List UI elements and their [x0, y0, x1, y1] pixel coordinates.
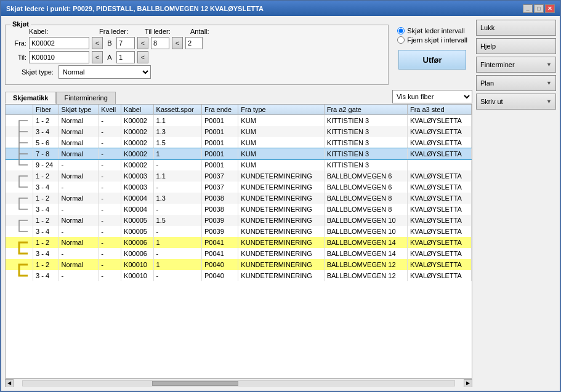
- fra-a3-cell: KVALØYSLETTA: [407, 193, 471, 204]
- tree-cell: [6, 270, 33, 281]
- radio-group: Skjøt leder intervall Fjern skjøt i inte…: [392, 25, 472, 46]
- kveil-cell: -: [99, 215, 121, 226]
- til-row: Til: < A <: [9, 51, 384, 63]
- til-kabel-less-btn[interactable]: <: [92, 51, 103, 63]
- tabs: Skjematikk Finterminering: [5, 92, 116, 104]
- lukk-button[interactable]: Lukk: [476, 20, 556, 36]
- fra-a3-cell: KVALØYSLETTA: [407, 226, 471, 237]
- table-row[interactable]: 3 - 4--K00005-P0039KUNDETERMINERINGBALLB…: [6, 226, 472, 237]
- kveil-cell: -: [99, 126, 121, 137]
- table-row[interactable]: 3 - 4--K00004-P0038KUNDETERMINERINGBALLB…: [6, 204, 472, 215]
- kabel-cell: K00003: [121, 182, 154, 193]
- utfor-button[interactable]: Utfør: [398, 50, 466, 70]
- skjot-cell: Normal: [59, 126, 99, 137]
- antall-input[interactable]: [185, 37, 203, 49]
- tree-cell: [6, 137, 33, 148]
- scroll-track[interactable]: [22, 380, 455, 386]
- fra-ende-cell: P0041: [202, 248, 238, 259]
- fiber-cell: 9 - 24: [33, 159, 59, 170]
- plan-button[interactable]: Plan ▼: [476, 75, 556, 91]
- table-row[interactable]: 3 - 4--K00010-P0040KUNDETERMINERINGBALLB…: [6, 270, 472, 281]
- kassett-cell: -: [153, 159, 201, 170]
- skriv-ut-button[interactable]: Skriv ut ▼: [476, 94, 556, 110]
- th-kabel: Kabel: [121, 105, 154, 115]
- til-kabel-input[interactable]: [29, 51, 89, 63]
- table-row[interactable]: 1 - 2Normal-K000101P0040KUNDETERMINERING…: [6, 259, 472, 270]
- kveil-cell: -: [99, 115, 121, 127]
- radio-skjot-leder: Skjøt leder intervall: [397, 27, 467, 34]
- kassett-cell: 1.3: [153, 126, 201, 137]
- tree-cell: [6, 226, 33, 237]
- table-area: Skjematikk Finterminering Vis kun fiber …: [5, 90, 472, 387]
- skjot-group: Skjøt Kabel: Fra leder: Til leder: Antal…: [5, 25, 389, 85]
- table-row[interactable]: 5 - 6Normal-K000021.5P0001KUMKITTISTIEN …: [6, 137, 472, 148]
- kassett-cell: -: [153, 270, 201, 281]
- fra-leder-label: Fra leder:: [99, 28, 142, 35]
- skjot-cell: -: [59, 248, 99, 259]
- fra-a3-cell: KVALØYSLETTA: [407, 237, 471, 248]
- table-row[interactable]: 1 - 2Normal-K000021.1P0001KUMKITTISTIEN …: [6, 115, 472, 127]
- tab-finterminering[interactable]: Finterminering: [56, 92, 115, 104]
- skjot-leder-radio[interactable]: [397, 27, 405, 34]
- scroll-right-arrow[interactable]: ▶: [464, 379, 472, 388]
- fra-a3-cell: KVALØYSLETTA: [407, 170, 471, 182]
- fiber-cell: 1 - 2: [33, 259, 59, 270]
- kabel-cell: K00010: [121, 270, 154, 281]
- skjot-cell: -: [59, 204, 99, 215]
- kabel-cell: K00002: [121, 126, 154, 137]
- hjelp-button[interactable]: Hjelp: [476, 38, 556, 54]
- maximize-button[interactable]: □: [534, 4, 544, 13]
- kassett-cell: 1.5: [153, 137, 201, 148]
- table-row[interactable]: 1 - 2Normal-K000051.5P0039KUNDETERMINERI…: [6, 215, 472, 226]
- plan-arrow: ▼: [546, 80, 552, 86]
- kabel-cell: K00010: [121, 259, 154, 270]
- table-row[interactable]: 9 - 24--K00002-P0001KUMKITTISTIEN 3: [6, 159, 472, 170]
- table-row[interactable]: 3 - 4--K00003-P0037KUNDETERMINERINGBALLB…: [6, 182, 472, 193]
- tree-cell: [6, 148, 33, 159]
- tab-skjematikk[interactable]: Skjematikk: [5, 92, 56, 104]
- til-leder-a-input[interactable]: [116, 51, 135, 63]
- horizontal-scrollbar[interactable]: ◀ ▶: [5, 378, 472, 387]
- table-row[interactable]: 7 - 8Normal-K000021P0001KUMKITTISTIEN 3K…: [6, 148, 472, 159]
- fiber-cell: 3 - 4: [33, 204, 59, 215]
- fra-type-cell: KUM: [238, 126, 324, 137]
- table-row[interactable]: 1 - 2Normal-K000031.1P0037KUNDETERMINERI…: [6, 170, 472, 182]
- fra-ende-cell: P0001: [202, 148, 238, 159]
- skjot-type-select[interactable]: Normal Spleis Annen: [59, 65, 151, 79]
- skjot-cell: Normal: [59, 148, 99, 159]
- skjot-type-label: Skjøt type:: [9, 68, 54, 76]
- close-button[interactable]: ✕: [545, 4, 555, 13]
- fra-leder-less-btn[interactable]: <: [137, 37, 148, 49]
- skjot-cell: Normal: [59, 170, 99, 182]
- vis-dropdown-container: Vis kun fiber Vis alle: [392, 90, 472, 103]
- til-leder-input[interactable]: [151, 37, 169, 49]
- table-row[interactable]: 3 - 4Normal-K000021.3P0001KUMKITTISTIEN …: [6, 126, 472, 137]
- fra-a2-cell: BALLBLOMVEGEN 14: [324, 248, 407, 259]
- finterminer-arrow: ▼: [546, 62, 552, 68]
- scroll-thumb[interactable]: [152, 381, 238, 386]
- table-row[interactable]: 3 - 4--K00006-P0041KUNDETERMINERINGBALLB…: [6, 248, 472, 259]
- til-leder-a-less-btn[interactable]: <: [137, 51, 148, 63]
- fra-type-cell: KUM: [238, 148, 324, 159]
- fra-leder-input[interactable]: [116, 37, 135, 49]
- table-row[interactable]: 1 - 2Normal-K000041.3P0038KUNDETERMINERI…: [6, 193, 472, 204]
- fra-a3-cell: KVALØYSLETTA: [407, 215, 471, 226]
- scroll-left-arrow[interactable]: ◀: [5, 379, 14, 388]
- fra-ende-cell: P0040: [202, 259, 238, 270]
- fra-label: Fra:: [9, 39, 26, 47]
- finterminer-button[interactable]: Finterminer ▼: [476, 57, 556, 73]
- fra-kabel-input[interactable]: [29, 37, 89, 49]
- vis-dropdown[interactable]: Vis kun fiber Vis alle: [392, 90, 472, 103]
- kveil-cell: -: [99, 170, 121, 182]
- table-container[interactable]: Fiber Skjøt type Kveil Kabel Kassett.spo…: [5, 104, 472, 378]
- kveil-cell: -: [99, 137, 121, 148]
- fjern-skjot-radio[interactable]: [397, 36, 405, 44]
- minimize-button[interactable]: _: [523, 4, 533, 13]
- til-leder-less-btn[interactable]: <: [172, 37, 183, 49]
- table-row[interactable]: 1 - 2Normal-K000061P0041KUNDETERMINERING…: [6, 237, 472, 248]
- skjot-cell: -: [59, 182, 99, 193]
- kassett-cell: -: [153, 204, 201, 215]
- fra-a3-cell: KVALØYSLETTA: [407, 137, 471, 148]
- fra-ende-cell: P0037: [202, 170, 238, 182]
- fra-kabel-less-btn[interactable]: <: [92, 37, 103, 49]
